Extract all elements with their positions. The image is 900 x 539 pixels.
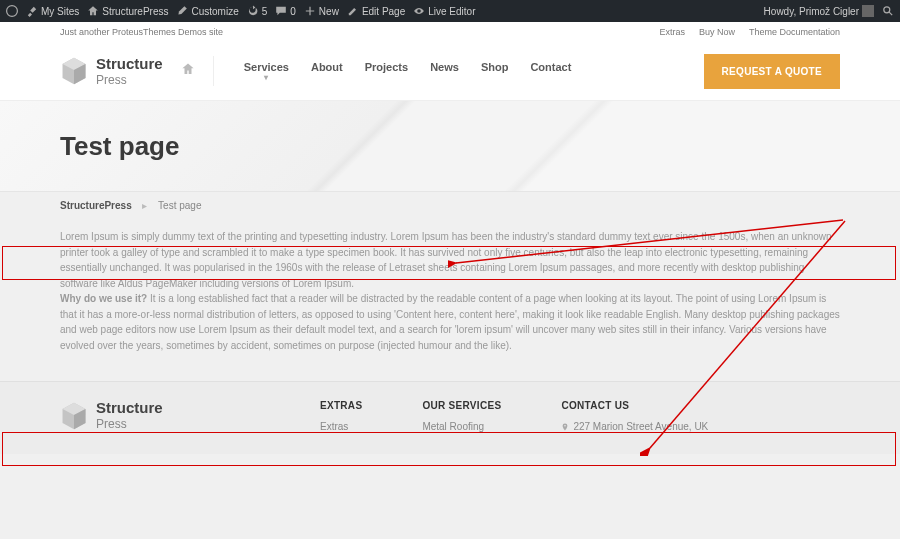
- breadcrumb-root[interactable]: StructurePress: [60, 200, 132, 211]
- footer-address: 227 Marion Street Avenue, UK: [561, 421, 708, 432]
- nav-contact[interactable]: Contact: [530, 61, 571, 82]
- avatar-icon: [862, 5, 874, 17]
- divider: [213, 56, 214, 86]
- footer-link[interactable]: Metal Roofing: [422, 421, 501, 432]
- footer-heading: EXTRAS: [320, 400, 362, 411]
- home-icon: [181, 62, 195, 76]
- breadcrumb: StructurePress ▸ Test page: [60, 200, 840, 211]
- footer-logo[interactable]: StructurePress: [60, 400, 260, 431]
- logo-mark-icon: [60, 401, 88, 431]
- adminbar-site[interactable]: StructurePress: [87, 5, 168, 17]
- main-nav: Services▾ About Projects News Shop Conta…: [244, 61, 686, 82]
- annotation-box-top: [2, 246, 896, 280]
- svg-rect-1: [862, 5, 874, 17]
- logo-mark-icon: [60, 56, 88, 86]
- pin-icon: [561, 423, 569, 431]
- logo-text-1: Structure: [96, 56, 163, 71]
- adminbar-new[interactable]: New: [304, 5, 339, 17]
- comment-icon: [275, 5, 287, 17]
- top-link-buy[interactable]: Buy Now: [699, 27, 735, 37]
- page-content: Lorem Ipsum is simply dummy text of the …: [0, 219, 900, 381]
- footer-col-contact: CONTACT US 227 Marion Street Avenue, UK: [561, 400, 708, 436]
- adminbar-customize[interactable]: Customize: [176, 5, 238, 17]
- nav-services[interactable]: Services▾: [244, 61, 289, 82]
- adminbar-live-editor[interactable]: Live Editor: [413, 5, 475, 17]
- body-p2-lead: Why do we use it?: [60, 293, 147, 304]
- home-icon: [87, 5, 99, 17]
- footer-col-extras: EXTRAS Extras: [320, 400, 362, 436]
- brush-icon: [176, 5, 188, 17]
- body-p2: It is a long established fact that a rea…: [60, 293, 840, 351]
- adminbar-updates[interactable]: 5: [247, 5, 268, 17]
- adminbar-edit-page[interactable]: Edit Page: [347, 5, 405, 17]
- site-header: StructurePress Services▾ About Projects …: [0, 42, 900, 100]
- breadcrumb-current: Test page: [158, 200, 201, 211]
- tool-icon: [26, 5, 38, 17]
- top-link-docs[interactable]: Theme Documentation: [749, 27, 840, 37]
- eye-icon: [413, 5, 425, 17]
- search-icon: [882, 5, 894, 17]
- breadcrumb-wrap: StructurePress ▸ Test page: [0, 192, 900, 219]
- nav-news[interactable]: News: [430, 61, 459, 82]
- annotation-box-bottom: [2, 432, 896, 466]
- footer-logo-col: StructurePress: [60, 400, 260, 436]
- svg-point-0: [7, 6, 18, 17]
- nav-shop[interactable]: Shop: [481, 61, 509, 82]
- footer-heading: CONTACT US: [561, 400, 708, 411]
- page-title: Test page: [60, 131, 840, 162]
- chevron-right-icon: ▸: [142, 200, 147, 211]
- adminbar-wp-logo[interactable]: [6, 5, 18, 17]
- adminbar-comments[interactable]: 0: [275, 5, 296, 17]
- wp-icon: [6, 5, 18, 17]
- svg-point-2: [884, 7, 890, 13]
- nav-about[interactable]: About: [311, 61, 343, 82]
- footer-heading: OUR SERVICES: [422, 400, 501, 411]
- edit-icon: [347, 5, 359, 17]
- plus-icon: [304, 5, 316, 17]
- logo-text-2: Press: [96, 73, 127, 87]
- top-link-extras[interactable]: Extras: [659, 27, 685, 37]
- top-strip: Just another ProteusThemes Demos site Ex…: [0, 22, 900, 42]
- top-links: Extras Buy Now Theme Documentation: [659, 27, 840, 37]
- wp-admin-bar: My Sites StructurePress Customize 5 0 Ne…: [0, 0, 900, 22]
- adminbar-my-sites[interactable]: My Sites: [26, 5, 79, 17]
- footer-link[interactable]: Extras: [320, 421, 362, 432]
- page-hero: Test page: [0, 100, 900, 192]
- site-logo[interactable]: StructurePress: [60, 56, 163, 87]
- request-quote-button[interactable]: REQUEST A QUOTE: [704, 54, 840, 89]
- nav-projects[interactable]: Projects: [365, 61, 408, 82]
- nav-home[interactable]: [181, 62, 195, 80]
- refresh-icon: [247, 5, 259, 17]
- adminbar-howdy[interactable]: Howdy, Primož Cigler: [764, 5, 874, 17]
- tagline: Just another ProteusThemes Demos site: [60, 27, 223, 37]
- chevron-down-icon: ▾: [244, 73, 289, 82]
- footer-col-services: OUR SERVICES Metal Roofing: [422, 400, 501, 436]
- adminbar-search[interactable]: [882, 5, 894, 17]
